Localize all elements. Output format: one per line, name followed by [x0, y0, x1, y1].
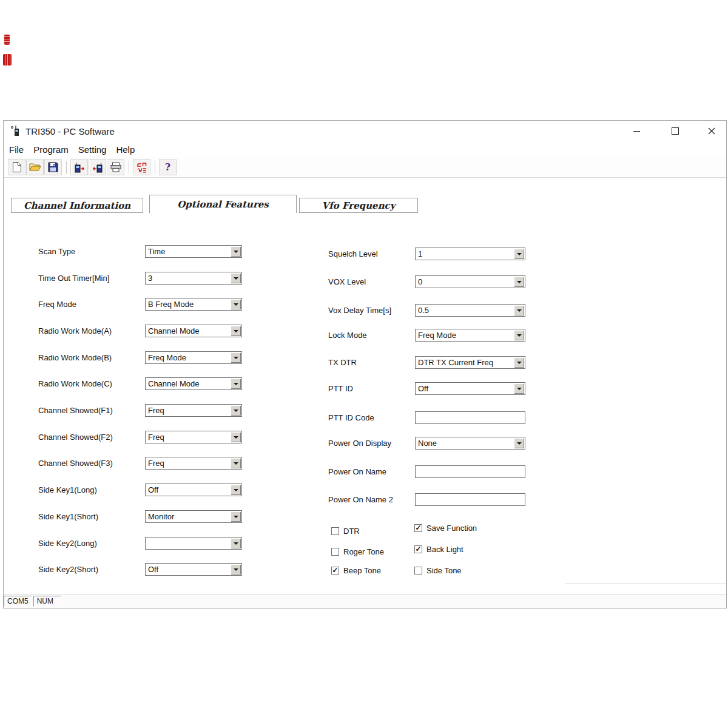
save-file-icon	[48, 162, 58, 172]
selected-value: Off	[148, 564, 229, 575]
lock-mode-select[interactable]: Freq Mode	[415, 329, 525, 342]
save-function-checkbox[interactable]: ✓	[414, 524, 422, 532]
maximize-icon	[672, 127, 679, 135]
selected-value: Monitor	[148, 511, 229, 522]
ptt-id-code-label: PTT ID Code	[328, 411, 374, 424]
write-radio-button[interactable]	[89, 159, 106, 175]
menu-setting[interactable]: Setting	[78, 144, 107, 155]
app-radio-icon	[10, 125, 22, 137]
app-window: TRI350 - PC Software File Program Settin…	[3, 120, 727, 608]
selected-value: Freq Mode	[418, 330, 513, 340]
dtr-checkbox[interactable]	[331, 527, 339, 535]
tab-channel-information[interactable]: Channel Information	[11, 198, 143, 213]
dropdown-arrow-icon[interactable]	[514, 438, 524, 448]
page-background: { "window": { "title": "TRI350 - PC Soft…	[0, 0, 728, 728]
minimize-icon	[633, 131, 640, 132]
menu-bar: File Program Setting Help	[4, 141, 726, 157]
checkmark: ✓	[415, 525, 422, 531]
back-light-checkbox[interactable]: ✓	[414, 545, 422, 553]
close-icon	[708, 127, 715, 135]
dropdown-arrow-icon[interactable]	[231, 538, 241, 548]
checkmark: ✓	[415, 546, 422, 553]
dropdown-arrow-icon[interactable]	[514, 249, 524, 259]
side-key2-short-label: Side Key2(Short)	[38, 563, 98, 576]
ptt-id-code-input[interactable]	[415, 411, 525, 424]
save-file-button[interactable]	[44, 159, 62, 175]
squelch-level-label: Squelch Level	[328, 248, 378, 260]
vox-level-label: VOX Level	[328, 275, 366, 288]
power-on-name-label: Power On Name	[328, 465, 386, 478]
red-photo-mark-2	[3, 54, 12, 66]
ptt-id-select[interactable]: Off	[415, 382, 525, 395]
selected-value: None	[418, 438, 513, 448]
dropdown-arrow-icon[interactable]	[514, 330, 524, 340]
tx-dtr-label: TX DTR	[328, 356, 357, 369]
num-lock-status: NUM	[33, 596, 61, 607]
side-tone-checkbox[interactable]	[414, 567, 422, 575]
panel-edge-line	[565, 584, 726, 584]
power-on-display-select[interactable]: None	[415, 437, 525, 450]
print-icon	[110, 162, 122, 172]
com-port-status: COM5	[4, 596, 32, 607]
tool-bar	[4, 157, 726, 178]
side-tone-checkbox-label: Side Tone	[426, 567, 462, 575]
menu-help[interactable]: Help	[116, 144, 135, 155]
dropdown-arrow-icon[interactable]	[231, 511, 241, 522]
side-key2-short-select[interactable]: Off	[145, 563, 242, 576]
new-file-icon	[12, 161, 22, 173]
open-file-button[interactable]	[26, 159, 44, 175]
selected-value: DTR TX Current Freq	[418, 357, 513, 368]
tab-strip: Channel Information Optional Features Vf…	[11, 195, 715, 214]
dropdown-arrow-icon[interactable]	[514, 305, 524, 315]
toolbar-separator	[155, 161, 155, 174]
new-file-button[interactable]	[8, 159, 25, 175]
help-button[interactable]	[159, 159, 177, 175]
power-on-name-2-input[interactable]	[415, 493, 525, 506]
roger-tone-checkbox[interactable]	[331, 548, 339, 556]
tab-vfo-frequency[interactable]: Vfo Frequency	[299, 198, 418, 213]
open-file-icon	[29, 163, 41, 172]
vox-level-select[interactable]: 0	[415, 275, 525, 288]
close-button[interactable]	[704, 124, 719, 138]
ptt-id-label: PTT ID	[328, 382, 353, 395]
selected-value: Off	[418, 383, 513, 394]
red-language-icon	[136, 162, 147, 173]
toolbar-separator	[66, 161, 67, 174]
dropdown-arrow-icon[interactable]	[514, 357, 524, 368]
status-bar: COM5 NUM	[4, 595, 726, 608]
dropdown-arrow-icon[interactable]	[514, 383, 524, 394]
tab-optional-features[interactable]: Optional Features	[149, 195, 297, 213]
title-bar[interactable]: TRI350 - PC Software	[4, 121, 726, 141]
dtr-checkbox-label: DTR	[343, 527, 360, 536]
power-on-name-input[interactable]	[415, 465, 525, 478]
read-radio-button[interactable]	[70, 159, 88, 175]
side-key1-short-select[interactable]: Monitor	[145, 510, 242, 523]
language-button[interactable]	[133, 159, 150, 175]
vox-delay-time-select[interactable]: 0.5	[415, 304, 525, 317]
power-on-name-2-label: Power On Name 2	[328, 493, 393, 506]
squelch-level-select[interactable]: 1	[415, 248, 525, 260]
red-photo-mark-1	[4, 35, 10, 45]
dropdown-arrow-icon[interactable]	[231, 564, 241, 575]
lock-mode-label: Lock Mode	[328, 329, 367, 342]
side-key2-long-select[interactable]	[145, 537, 242, 550]
tx-dtr-select[interactable]: DTR TX Current Freq	[415, 356, 525, 369]
back-light-checkbox-label: Back Light	[426, 545, 463, 554]
help-icon	[165, 162, 170, 173]
minimize-button[interactable]	[629, 124, 644, 138]
beep-tone-checkbox-label: Beep Tone	[343, 567, 381, 575]
write-to-radio-icon	[92, 162, 104, 173]
beep-tone-checkbox[interactable]: ✓	[331, 567, 339, 575]
selected-value: 0.5	[418, 305, 513, 315]
window-title: TRI350 - PC Software	[25, 126, 115, 136]
maximize-button[interactable]	[668, 124, 682, 138]
side-key2-long-label: Side Key2(Long)	[38, 537, 97, 550]
menu-program[interactable]: Program	[33, 144, 69, 155]
print-button[interactable]	[107, 159, 124, 175]
dropdown-arrow-icon[interactable]	[514, 277, 524, 287]
side-key1-short-label: Side Key1(Short)	[38, 510, 98, 523]
toolbar-separator	[129, 161, 129, 174]
checkmark: ✓	[332, 567, 339, 574]
roger-tone-checkbox-label: Roger Tone	[343, 548, 384, 556]
menu-file[interactable]: File	[9, 144, 24, 155]
